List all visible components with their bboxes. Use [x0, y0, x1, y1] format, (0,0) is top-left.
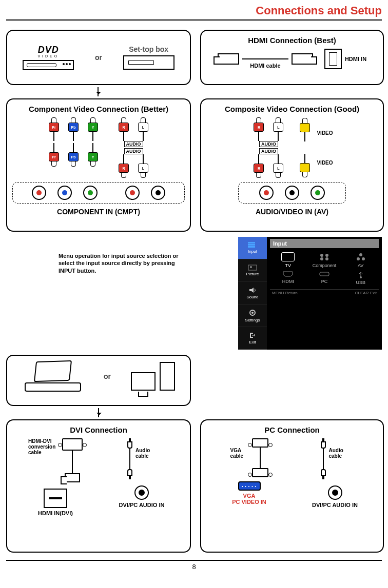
osd-side-sound[interactable]: Sound	[238, 282, 267, 305]
video-label: VIDEO	[317, 130, 333, 136]
vga-port-icon	[238, 481, 261, 491]
dvi-cable-label: HDMI-DVIconversioncable	[28, 438, 59, 455]
gear-icon	[248, 309, 257, 317]
osd-side-picture[interactable]: Picture	[238, 259, 267, 282]
input-icon	[248, 242, 257, 248]
audio-plug-icon	[321, 469, 326, 476]
hdmi-dvi-port-icon	[44, 489, 67, 508]
audio-cable-label: Audiocable	[135, 448, 156, 459]
component-video-cables: Pr Pb Y Pr Pb Y	[46, 117, 101, 178]
hdmi-in-label: HDMI IN	[345, 56, 366, 62]
dvi-pc-audio-label: DVI/PC AUDIO IN	[119, 502, 165, 508]
stb-label: Set-top box	[129, 45, 168, 53]
av-icon	[354, 252, 367, 261]
dvi-connection-box: DVI Connection HDMI-DVIconversioncable	[6, 419, 191, 553]
vga-cable-label: VGAcable	[230, 448, 249, 459]
audio-plug-icon	[127, 441, 132, 449]
usb-icon	[356, 270, 366, 278]
osd-input-usb[interactable]: USB	[344, 270, 377, 285]
audio-tag: AUDIO	[124, 141, 143, 147]
pc-audio-label: DVI/PC AUDIO IN	[312, 502, 358, 508]
dvd-logo: DVD	[38, 45, 59, 55]
composite-connection-box: Composite Video Connection (Good) R L AU…	[200, 98, 384, 232]
dvi-connector-icon	[62, 438, 83, 451]
composite-title: Composite Video Connection (Good)	[206, 105, 378, 113]
audio-plug-icon	[127, 469, 132, 476]
composite-panel-caption: AUDIO/VIDEO IN (AV)	[206, 208, 378, 216]
video-label: VIDEO	[317, 160, 333, 166]
jack-white	[285, 186, 299, 200]
audio-tag: AUDIO	[124, 148, 143, 154]
picture-icon	[248, 265, 257, 271]
dvd-player-graphic: DVD VIDEO	[23, 45, 74, 70]
dvi-title: DVI Connection	[12, 425, 185, 434]
hdmi-in-dvi-label: HDMI IN(DVI)	[38, 510, 73, 516]
svg-point-7	[320, 254, 323, 257]
jack-green	[83, 186, 98, 200]
or-label: or	[104, 372, 111, 380]
hdmi-plug-icon	[65, 473, 80, 482]
component-title: Component Video Connection (Better)	[12, 105, 185, 113]
vga-connector-icon	[252, 468, 268, 477]
pc-icon	[318, 270, 331, 277]
hdmi-port-icon	[324, 49, 342, 69]
laptop-icon	[22, 361, 84, 392]
jack-red	[259, 186, 274, 200]
component-jack-panel	[12, 182, 185, 204]
svg-point-15	[360, 276, 362, 278]
osd-input-component[interactable]: Component	[308, 252, 341, 268]
hdmi-title: HDMI Connection (Best)	[206, 36, 378, 45]
audio-tag: AUDIO	[259, 141, 278, 147]
osd-input-pc[interactable]: PC	[308, 270, 341, 285]
title-bar: Connections and Setup	[6, 0, 382, 21]
arrow-down-icon	[98, 408, 99, 417]
svg-point-6	[251, 312, 254, 314]
page-title: Connections and Setup	[6, 4, 382, 17]
audio-jack-icon	[328, 485, 342, 500]
component-audio-cables: R L AUDIO AUDIO R L	[116, 117, 151, 178]
set-top-box-graphic: Set-top box	[123, 45, 174, 70]
jack-red	[125, 186, 140, 200]
audio-plug-icon	[321, 441, 326, 449]
svg-point-4	[250, 266, 252, 268]
sound-icon	[248, 287, 257, 294]
svg-rect-2	[248, 246, 255, 248]
composite-video-cable: VIDEO VIDEO	[297, 118, 333, 177]
osd-sidebar: Input Picture Sound Settings	[238, 237, 267, 350]
osd-input-tv[interactable]: TV	[272, 252, 304, 268]
pc-connection-box: PC Connection VGAcable VGAPC VIDEO IN	[200, 419, 384, 553]
jack-white	[151, 186, 165, 200]
hdmi-cable-label: HDMI cable	[250, 63, 280, 69]
audio-tag: AUDIO	[259, 148, 278, 154]
svg-point-9	[320, 257, 323, 260]
svg-rect-1	[248, 244, 255, 246]
hdmi-plug-icon	[292, 53, 313, 65]
hdmi-plug-icon	[218, 53, 239, 65]
hdmi-cable-line: HDMI cable	[242, 58, 288, 59]
jack-blue	[57, 186, 72, 200]
dvd-logo-sub: VIDEO	[37, 54, 59, 58]
osd-side-settings[interactable]: Settings	[238, 305, 267, 327]
svg-rect-3	[248, 265, 257, 270]
jack-red	[32, 186, 46, 200]
pc-conn-title: PC Connection	[206, 425, 378, 434]
or-label: or	[95, 53, 102, 62]
vga-connector-icon	[252, 438, 268, 448]
audio-jack-icon	[134, 485, 149, 500]
svg-rect-14	[320, 272, 329, 276]
component-panel-caption: COMPONENT IN (CMPT)	[12, 208, 185, 216]
jack-yellow	[311, 186, 325, 200]
audio-cable-label: Audiocable	[329, 448, 350, 459]
vga-port-label: VGAPC VIDEO IN	[232, 493, 266, 505]
osd-input-hdmi[interactable]: HDMI	[272, 270, 304, 285]
svg-point-8	[325, 254, 328, 257]
source-devices-box: DVD VIDEO or Set-top box	[6, 30, 191, 85]
osd-footer: MENU Return CLEAR Exit	[270, 289, 379, 296]
osd-side-input[interactable]: Input	[238, 237, 267, 259]
page-footer: 8	[6, 560, 382, 571]
input-selection-note: Menu operation for input source selectio…	[59, 252, 187, 274]
osd-input-av[interactable]: AV	[344, 252, 377, 268]
arrow-down-icon	[98, 87, 99, 96]
pc-source-box: or	[6, 355, 191, 406]
osd-side-exit[interactable]: Exit	[238, 327, 267, 350]
